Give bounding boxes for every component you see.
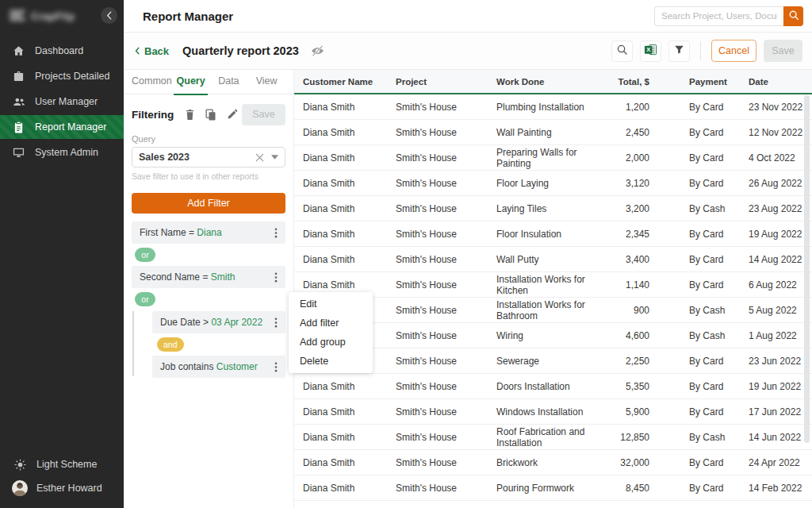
table-cell: Smith's House [396,381,496,392]
export-excel-button[interactable]: X [640,40,661,62]
clear-icon[interactable] [255,153,264,162]
conjunction-chip-or[interactable]: or [135,292,155,306]
table-cell: Diana Smith [303,254,396,265]
kebab-menu-icon[interactable] [274,316,278,329]
table-header-row: Customer NameProjectWork DoneTotal, $Pay… [294,70,812,94]
back-label: Back [144,45,169,57]
delete-filter-icon[interactable] [185,109,195,121]
search-input[interactable] [654,6,783,26]
save-button[interactable]: Save [764,40,802,62]
table-cell: Smith's House [396,279,496,291]
tab-common[interactable]: Common [132,70,172,94]
tab-view[interactable]: View [247,70,285,94]
table-cell: Preparing Walls for Painting [496,147,592,169]
sidebar-item-report-manager[interactable]: Report Manager [0,115,124,139]
query-hint: Save filter to use it in other reports [132,171,285,181]
search-button[interactable] [783,6,803,26]
table-cell: Floor Insulation [496,229,592,240]
table-search-button[interactable] [611,40,633,62]
table-row[interactable]: Diana SmithSmith's HousePouring Formwork… [294,475,812,501]
table-row[interactable]: Diana SmithSmith's HouseWall Putty3,400B… [294,247,812,272]
filter-toggle-button[interactable] [668,40,690,62]
page-title: Report Manager [143,10,233,23]
table-cell: 4,600 [592,330,649,341]
column-header: Payment [649,77,749,87]
toolbar-divider [700,41,701,60]
chevron-down-icon[interactable] [271,155,278,160]
table-row[interactable]: Diana SmithSmith's HouseWall Painting2,4… [294,120,812,145]
table-cell: By Card [649,381,749,392]
table-cell: 19 Jun 2022 [749,381,812,392]
column-header: Total, $ [592,77,649,87]
table-cell: Installation Works for Bathroom [496,299,592,321]
report-title: Quarterly report 2023 [182,44,299,57]
sidebar-item-system-admin[interactable]: System Admin [0,140,124,165]
conjunction-chip-or[interactable]: or [135,248,155,262]
table-cell: 3,120 [592,178,649,189]
edit-filter-icon[interactable] [227,109,238,120]
theme-toggle[interactable]: Light Scheme [0,452,124,476]
table-cell: Smith's House [396,432,496,443]
table-row[interactable]: Diana SmithSmith's HousePlumbing Install… [294,94,812,120]
copy-filter-icon[interactable] [205,109,216,121]
query-select-value: Sales 2023 [139,152,255,163]
vertical-scrollbar-thumb[interactable] [804,95,810,443]
table-row[interactable]: Diana SmithSmith's HouseFloor Insulation… [294,221,812,247]
conjunction-chip-and[interactable]: and [157,337,184,352]
sidebar-item-user-manager[interactable]: User Manager [0,89,124,114]
menu-item-add-filter[interactable]: Add filter [289,314,373,333]
table-cell: Diana Smith [303,178,396,189]
table-cell: 4 Oct 2022 [749,152,812,164]
sidebar-item-dashboard[interactable]: Dashboard [0,38,124,64]
filter-condition: Due Date > 03 Apr 2022 [152,311,285,333]
back-button[interactable]: Back [135,45,169,57]
table-row[interactable]: Diana SmithSmith's HouseBrickwork32,000B… [294,450,812,475]
search-icon [788,10,799,23]
user-name: Esther Howard [36,483,102,494]
chevron-left-icon [106,9,112,23]
table-cell: Smith's House [396,127,496,138]
tab-data[interactable]: Data [209,70,247,94]
kebab-menu-icon[interactable] [274,271,278,284]
briefcase-icon [12,71,25,82]
kebab-menu-icon[interactable] [274,226,278,240]
filter-save-button[interactable]: Save [242,104,285,125]
table-cell: By Card [649,127,749,138]
visibility-off-icon[interactable] [311,45,324,56]
table-cell: 14 Aug 2022 [749,254,812,265]
table-row[interactable]: Diana SmithSmith's HouseWindows Installa… [294,399,812,425]
user-menu[interactable]: Esther Howard [0,476,124,500]
tab-query[interactable]: Query [172,70,210,94]
column-header: Customer Name [303,77,396,87]
table-cell: Diana Smith [303,406,396,418]
table-cell: Smith's House [396,152,496,164]
table-row[interactable]: Diana SmithSmith's HouseLaying Tiles3,20… [294,196,812,221]
table-cell: By Card [649,406,749,418]
table-cell: Laying Tiles [496,203,592,214]
table-cell: By Card [649,178,749,189]
home-icon [12,45,25,57]
report-table: Customer NameProjectWork DoneTotal, $Pay… [293,70,812,508]
table-cell: Diana Smith [303,457,396,468]
table-cell: Wiring [496,330,592,341]
menu-item-add-group[interactable]: Add group [289,333,373,352]
table-row[interactable]: Diana SmithSmith's HouseRoof Fabrication… [294,425,812,450]
table-row[interactable]: Diana SmithSmith's HouseDoors Installati… [294,374,812,399]
table-cell: By Card [649,229,749,240]
monitor-icon [12,148,25,158]
menu-item-delete[interactable]: Delete [289,352,373,371]
table-row[interactable]: Diana SmithSmith's HousePreparing Walls … [294,145,812,171]
query-select[interactable]: Sales 2023 [132,147,285,167]
table-cell: 12 Nov 2022 [749,127,812,138]
filter-condition: Second Name = Smith [132,266,285,288]
global-search [654,6,803,26]
cancel-button[interactable]: Cancel [711,40,756,62]
add-filter-button[interactable]: Add Filter [132,193,285,214]
table-cell: Diana Smith [303,203,396,214]
menu-item-edit[interactable]: Edit [289,294,373,314]
table-cell: By Card [649,152,749,164]
table-row[interactable]: Diana SmithSmith's HouseFloor Laying3,12… [294,171,812,196]
kebab-menu-icon[interactable] [274,360,278,374]
sidebar-item-projects-detailed[interactable]: Projects Detailed [0,64,124,89]
sidebar-collapse-button[interactable] [101,7,117,24]
